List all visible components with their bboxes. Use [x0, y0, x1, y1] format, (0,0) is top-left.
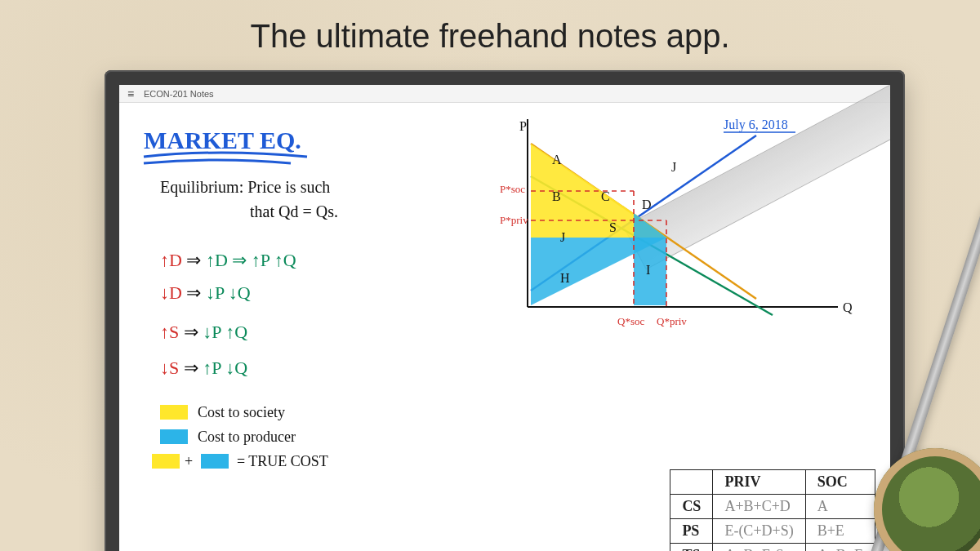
svg-rect-2 [160, 429, 188, 444]
surplus-table: PRIV SOC CS A+B+C+D A PS E-(C+D+S) B+E T… [670, 469, 875, 551]
svg-text:P*soc: P*soc [500, 183, 525, 195]
cs-soc: A [805, 495, 875, 519]
row-ps: PS [670, 519, 713, 544]
row-ts: TS [670, 544, 713, 552]
svg-rect-3 [152, 454, 180, 469]
rule-1: ↑D ⇒ ↑D ⇒ ↑P ↑Q [160, 250, 296, 270]
cs-priv: A+B+C+D [713, 495, 805, 519]
svg-text:A: A [552, 153, 562, 167]
tablet-frame: ≡ ECON-201 Notes ✒ ✒ ✒ ◍ ◧ ◌ ↶ ⊞ 🔍 ⋯ MAR… [105, 70, 905, 551]
svg-text:J: J [671, 160, 676, 174]
note-canvas[interactable]: MARKET EQ. July 6, 2018 Equilibrium: Pri… [119, 103, 890, 551]
rule-2: ↓D ⇒ ↓P ↓Q [160, 282, 251, 303]
svg-text:H: H [560, 271, 570, 285]
hamburger-menu-icon[interactable]: ≡ [124, 87, 137, 100]
legend-truecost: = TRUE COST [237, 453, 328, 469]
hero-title: The ultimate freehand notes app. [0, 18, 980, 55]
svg-marker-16 [634, 213, 666, 305]
legend-society: Cost to society [198, 404, 285, 420]
note-title: MARKET EQ. [144, 127, 301, 153]
svg-text:C: C [601, 189, 610, 203]
table-corner [670, 470, 713, 495]
app-screen: ≡ ECON-201 Notes ✒ ✒ ✒ ◍ ◧ ◌ ↶ ⊞ 🔍 ⋯ MAR… [119, 85, 890, 551]
svg-text:Q*priv: Q*priv [657, 315, 687, 327]
document-title: ECON-201 Notes [144, 89, 214, 99]
legend-producer: Cost to producer [198, 429, 296, 445]
col-priv: PRIV [713, 470, 805, 495]
svg-text:I: I [646, 263, 650, 277]
svg-text:S: S [609, 220, 617, 234]
note-date: July 6, 2018 [724, 118, 788, 132]
svg-text:Q: Q [843, 300, 853, 314]
ps-priv: E-(C+D+S) [713, 519, 805, 544]
svg-text:P: P [519, 119, 527, 133]
svg-text:D: D [642, 198, 652, 211]
row-cs: CS [670, 495, 713, 519]
svg-text:J: J [560, 230, 565, 244]
ts-priv: A+B+E-S [713, 544, 805, 552]
svg-rect-1 [160, 405, 188, 420]
definition-line-2: that Qd = Qs. [250, 202, 338, 220]
col-soc: SOC [805, 470, 875, 495]
svg-text:Q*soc: Q*soc [617, 315, 644, 327]
rule-3: ↑S ⇒ ↓P ↑Q [160, 322, 247, 342]
svg-rect-5 [201, 454, 229, 469]
svg-text:P*priv: P*priv [500, 214, 528, 226]
definition-line-1: Equilibrium: Price is such [160, 178, 330, 197]
ts-soc: A+B+E [805, 544, 875, 552]
svg-text:B: B [552, 189, 561, 203]
ps-soc: B+E [805, 519, 875, 544]
rule-4: ↓S ⇒ ↑P ↓Q [160, 358, 247, 378]
titlebar: ≡ ECON-201 Notes [119, 85, 890, 103]
svg-text:+: + [185, 453, 193, 469]
